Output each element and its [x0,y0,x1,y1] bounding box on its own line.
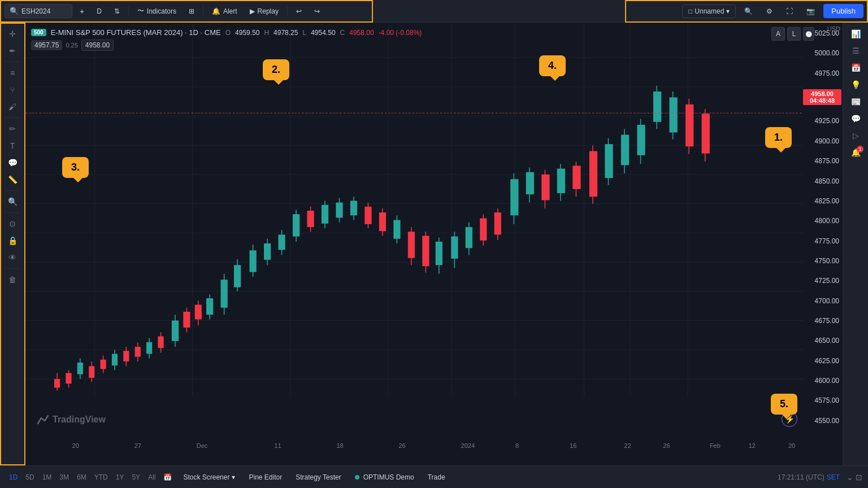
zoom-tool[interactable]: 🔍 [3,194,21,210]
svg-rect-63 [307,211,314,227]
compare-button[interactable]: ⇅ [109,5,125,18]
price-level-8: 4825.00 [803,197,843,205]
redo-button[interactable]: ↪ [309,5,325,18]
text-tool[interactable]: T [3,138,21,154]
svg-rect-71 [364,207,371,224]
lock-tool[interactable]: 🔒 [3,233,21,249]
tf-3m[interactable]: 3M [56,472,72,483]
publish-button[interactable]: Publish [823,4,863,18]
timeframe-button[interactable]: D [92,5,107,18]
rt-news-btn[interactable]: 📰 [847,94,865,110]
index-badge: 500 [31,29,46,36]
svg-rect-85 [466,227,472,248]
top-toolbar: 🔍 ESH2024 + D ⇅ 〜 Indicators ⊞ 🔔 Alert ▶… [0,0,868,23]
stock-screener-button[interactable]: Stock Screener ▾ [177,471,241,483]
search2-icon: 🔍 [744,7,753,15]
watermark-text: TradingView [53,415,106,425]
layouts-button[interactable]: ⊞ [184,5,199,18]
screener-chevron: ▾ [232,473,235,481]
undo-icon: ↩ [296,7,302,15]
restore-button[interactable]: ⊡ [856,473,862,482]
unnamed-layout-button[interactable]: □ Unnamed ▾ [682,5,736,18]
svg-rect-83 [451,237,458,259]
pitchfork-tool[interactable]: ⑂ [3,82,21,98]
replay-button[interactable]: ▶ Replay [245,5,284,18]
trash-tool[interactable]: 🗑 [3,272,21,287]
lt-separator-2 [6,117,19,118]
rt-calendar-btn[interactable]: 📅 [847,60,865,76]
price-level-7: 4850.00 [803,177,843,185]
date-12: 12 [749,442,756,449]
expand-button[interactable]: ⛶ [781,5,798,18]
magnet-tool[interactable]: ⊙ [3,216,21,232]
svg-rect-29 [89,366,94,378]
tf-1m[interactable]: 1M [39,472,55,483]
fullscreen-button[interactable]: 🔍 [739,5,758,18]
trade-button[interactable]: Trade [422,471,451,483]
pine-editor-button[interactable]: Pine Editor [243,471,288,483]
eye-tool[interactable]: 👁 [3,250,21,265]
price-level-10: 4775.00 [803,237,843,245]
rt-alerts-btn[interactable]: 🔔 1 [847,145,865,160]
price-tag-2: 4958.00 [81,40,114,51]
tf-6m[interactable]: 6M [73,472,90,483]
optimus-demo-button[interactable]: OPTIMUS Demo [349,471,420,483]
svg-rect-81 [436,242,442,265]
annotation-2-text: 2. [272,64,280,75]
svg-rect-65 [322,205,328,224]
minimize-bottom-button[interactable]: ⌄ [847,473,853,482]
tf-1d[interactable]: 1D [6,472,21,483]
rt-ideas-btn[interactable]: 💡 [847,77,865,93]
svg-rect-79 [422,236,429,267]
alert-label: Alert [223,7,237,15]
set-button[interactable]: SET [827,473,840,481]
svg-rect-49 [206,298,213,315]
camera-button[interactable]: 📷 [801,5,820,18]
tf-1y[interactable]: 1Y [112,472,128,483]
brush-tool[interactable]: 🖌 [3,99,21,115]
symbol-search-button[interactable]: 🔍 ESH2024 [5,4,72,18]
svg-rect-93 [526,172,534,194]
tf-5d[interactable]: 5D [22,472,37,483]
svg-rect-61 [293,214,300,236]
settings-button[interactable]: ⚙ [761,5,778,18]
svg-rect-25 [66,373,71,384]
pen-tool[interactable]: ✒ [3,43,21,59]
alert-button[interactable]: 🔔 Alert [207,5,242,18]
price-level-16: 4625.00 [803,357,843,365]
balloon-tool[interactable]: 💬 [3,155,21,171]
tf-calendar[interactable]: 📅 [160,472,175,483]
rt-chat-btn[interactable]: 💬 [847,111,865,127]
strategy-tester-label: Strategy Tester [296,473,341,481]
rt-watchlist-btn[interactable]: ☰ [847,43,865,59]
tf-ytd[interactable]: YTD [91,472,111,483]
l-button[interactable]: L [787,27,801,41]
svg-rect-31 [101,360,106,369]
tf-all[interactable]: All [145,472,159,483]
current-price-time: 04:48:48 [805,97,839,104]
lt-separator-5 [6,268,19,269]
lines-tool[interactable]: ≡ [3,65,21,81]
a-button[interactable]: A [771,27,785,41]
strategy-tester-button[interactable]: Strategy Tester [290,471,346,483]
svg-rect-33 [112,354,118,365]
chart-header: 500 E-MINI S&P 500 FUTURES (MAR 2024) · … [31,28,422,37]
date-20b: 20 [788,442,795,449]
measure-tool[interactable]: 📏 [3,172,21,188]
indicators-button[interactable]: 〜 Indicators [132,3,181,19]
cursor-tool[interactable]: ✛ [3,26,21,42]
tradingview-watermark: TradingView [37,413,106,426]
svg-rect-77 [408,232,415,258]
timezone-button[interactable]: 🕐 [803,27,814,41]
rt-replay-btn[interactable]: ▷ [847,128,865,143]
add-symbol-button[interactable]: + [75,4,89,19]
candlestick-chart [25,23,803,432]
expand-icon: ⛶ [786,7,793,15]
rt-chart-btn[interactable]: 📊 [847,26,865,42]
pine-editor-label: Pine Editor [249,473,282,481]
undo-button[interactable]: ↩ [291,5,307,18]
time-value: 17:21:11 (UTC) [778,473,824,481]
pencil-tool[interactable]: ✏ [3,121,21,137]
chart-title: E-MINI S&P 500 FUTURES (MAR 2024) · 1D ·… [51,28,221,37]
tf-5y[interactable]: 5Y [128,472,144,483]
